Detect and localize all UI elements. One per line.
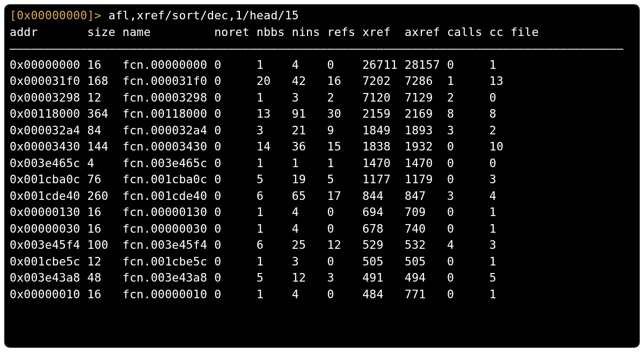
table-row: 0x00000010 16 fcn.00000010 0 1 4 0 484 7… [10,286,634,303]
column-headers: addr size name noret nbbs nins refs xref… [10,24,634,41]
table-row: 0x000031f0 168 fcn.000031f0 0 20 42 16 7… [10,73,634,90]
table-row: 0x003e465c 4 fcn.003e465c 0 1 1 1 1470 1… [10,155,634,172]
prompt-line[interactable]: [0x00000000]> afl,xref/sort/dec,1/head/1… [10,8,634,24]
table-row: 0x001cde40 260 fcn.001cde40 0 6 65 17 84… [10,188,634,205]
table-row: 0x001cbe5c 12 fcn.001cbe5c 0 1 3 0 505 5… [10,254,634,270]
table-row: 0x003e43a8 48 fcn.003e43a8 0 5 12 3 491 … [10,270,634,286]
table-row: 0x00003298 12 fcn.00003298 0 1 3 2 7120 … [10,90,634,106]
command-text: afl,xref/sort/dec,1/head/15 [101,9,299,22]
prompt-gt: > [94,9,101,22]
table-body: 0x00000000 16 fcn.00000000 0 1 4 0 26711… [10,57,634,303]
table-row: 0x001cba0c 76 fcn.001cba0c 0 5 19 5 1177… [10,171,634,188]
table-row: 0x00003430 144 fcn.00003430 0 14 36 15 1… [10,139,634,155]
table-row: 0x00000130 16 fcn.00000130 0 1 4 0 694 7… [10,204,634,221]
table-row: 0x003e45f4 100 fcn.003e45f4 0 6 25 12 52… [10,237,634,254]
table-row: 0x00000030 16 fcn.00000030 0 1 4 0 678 7… [10,221,634,238]
terminal-window[interactable]: [0x00000000]> afl,xref/sort/dec,1/head/1… [4,4,640,348]
table-row: 0x00000000 16 fcn.00000000 0 1 4 0 26711… [10,57,634,74]
prompt-address: 0x00000000 [17,9,87,22]
separator-line: ――――――――――――――――――――――――――――――――――――――――… [10,40,634,57]
prompt-lbracket: [ [10,9,17,22]
table-row: 0x000032a4 84 fcn.000032a4 0 3 21 9 1849… [10,123,634,139]
prompt-rbracket: ] [87,9,94,22]
table-row: 0x00118000 364 fcn.00118000 0 13 91 30 2… [10,106,634,123]
